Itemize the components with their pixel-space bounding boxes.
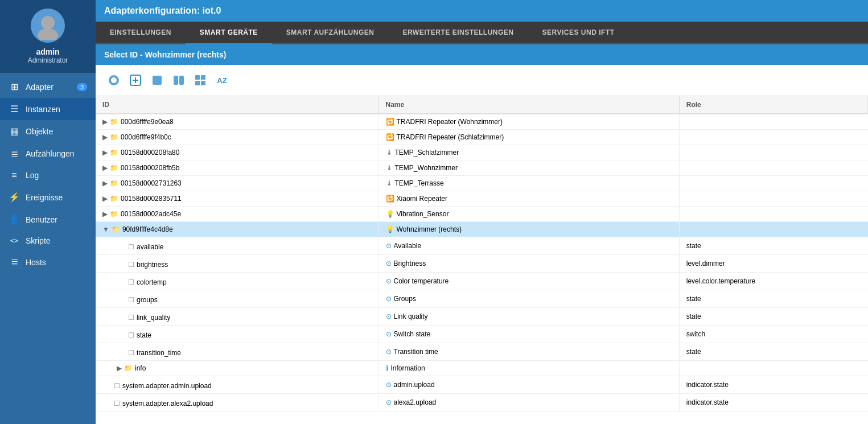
state-icon: ⊙ bbox=[386, 295, 392, 303]
id-text: colortemp bbox=[137, 278, 167, 286]
sidebar-item-skripte[interactable]: <> Skripte bbox=[0, 230, 96, 251]
id-text: state bbox=[137, 331, 151, 339]
expand-btn[interactable]: ▶ bbox=[102, 149, 108, 157]
name-text: Xiaomi Repeater bbox=[397, 195, 447, 203]
id-text: groups bbox=[137, 296, 158, 304]
table-row[interactable]: ☐colortemp⊙Color temperaturelevel.color.… bbox=[96, 273, 868, 290]
expand-btn[interactable]: ▶ bbox=[117, 364, 122, 372]
sidebar-item-aufzaehlungen[interactable]: ≣ Aufzählungen bbox=[0, 142, 96, 164]
cell-id: ▶📁00158d0002731263 bbox=[96, 176, 379, 191]
svg-rect-8 bbox=[174, 76, 178, 85]
expand-btn[interactable]: ▶ bbox=[102, 164, 108, 172]
table-row[interactable]: ▶📁000d6ffffe9e0ea8🔁TRADFRI Repeater (Woh… bbox=[96, 114, 868, 130]
name-device-icon: 🔁 bbox=[386, 133, 394, 141]
table-row[interactable]: ☐available⊙Availablestate bbox=[96, 237, 868, 255]
expand-btn[interactable]: ▶ bbox=[102, 195, 108, 203]
table-row[interactable]: ▶📁infoℹInformation bbox=[96, 361, 868, 376]
expand-btn[interactable]: ▶ bbox=[102, 210, 108, 218]
table-row[interactable]: ▼📁90fd9ffffe4c4d8e💡Wohnzimmer (rechts) bbox=[96, 222, 868, 237]
state-file-icon: ☐ bbox=[128, 349, 134, 357]
folder-icon: 📁 bbox=[110, 118, 118, 126]
vib-icon: 💡 bbox=[386, 210, 394, 218]
state-file-icon: ☐ bbox=[128, 331, 134, 339]
cell-name: ⊙Groups bbox=[379, 290, 679, 308]
table-row[interactable]: ▶📁000d6ffffe9f4b0c🔁TRADFRI Repeater (Sch… bbox=[96, 130, 868, 145]
sidebar-item-ereignisse[interactable]: ⚡ Ereignisse bbox=[0, 186, 96, 208]
toolbar-btn-plus[interactable] bbox=[126, 71, 145, 90]
sidebar-item-label: Instanzen bbox=[26, 105, 60, 114]
name-text: Transition time bbox=[394, 348, 438, 356]
name-text: Vibration_Sensor bbox=[397, 210, 449, 218]
toolbar-btn-circle[interactable] bbox=[104, 71, 124, 90]
toolbar-btn-sort[interactable]: AZ bbox=[212, 71, 232, 90]
table-row[interactable]: ☐system.adapter.admin.upload⊙admin.uploa… bbox=[96, 376, 868, 394]
svg-rect-7 bbox=[153, 76, 162, 85]
cell-name: 🌡TEMP_Wohnzimmer bbox=[379, 160, 679, 176]
tab-services-und-iftt[interactable]: SERVICES UND IFTT bbox=[528, 22, 629, 43]
tab-smart-aufzaehlungen[interactable]: SMART AUFZÄHLUNGEN bbox=[272, 22, 389, 43]
hosts-icon: ≣ bbox=[9, 257, 20, 267]
cell-name: ⊙Available bbox=[379, 237, 679, 255]
cell-role: state bbox=[679, 308, 867, 326]
sidebar-item-benutzer[interactable]: 👤 Benutzer bbox=[0, 208, 96, 230]
table-row[interactable]: ▶📁00158d0002adc45e💡Vibration_Sensor bbox=[96, 207, 868, 222]
cell-role: indicator.state bbox=[679, 376, 867, 394]
table-row[interactable]: ☐link_quality⊙Link qualitystate bbox=[96, 308, 868, 326]
cell-id: ☐transition_time bbox=[96, 343, 379, 361]
benutzer-icon: 👤 bbox=[9, 214, 20, 225]
sidebar-item-label: Objekte bbox=[26, 127, 53, 136]
temp-icon: 🌡 bbox=[386, 179, 393, 187]
table-row[interactable]: ☐transition_time⊙Transition timestate bbox=[96, 343, 868, 361]
devices-table: ID Name Role ▶📁000d6ffffe9e0ea8🔁TRADFRI … bbox=[96, 96, 868, 411]
id-text: 00158d000208fb5b bbox=[121, 164, 179, 172]
svg-point-3 bbox=[111, 77, 117, 83]
cell-id: ☐state bbox=[96, 326, 379, 343]
state-file-icon: ☐ bbox=[128, 314, 134, 322]
cell-name: 💡Wohnzimmer (rechts) bbox=[379, 222, 679, 237]
table-container: ID Name Role ▶📁000d6ffffe9e0ea8🔁TRADFRI … bbox=[96, 96, 868, 424]
sidebar-item-log[interactable]: ≡ Log bbox=[0, 164, 96, 186]
toolbar-btn-square[interactable] bbox=[147, 71, 167, 90]
table-row[interactable]: ▶📁00158d0002731263🌡TEMP_Terrasse bbox=[96, 176, 868, 191]
ereignisse-icon: ⚡ bbox=[9, 192, 20, 203]
cell-name: ⊙Link quality bbox=[379, 308, 679, 326]
table-row[interactable]: ▶📁00158d000208fb5b🌡TEMP_Wohnzimmer bbox=[96, 160, 868, 176]
name-text: Link quality bbox=[394, 312, 428, 320]
sidebar-item-objekte[interactable]: ▦ Objekte bbox=[0, 120, 96, 142]
adapter-badge: 3 bbox=[77, 83, 87, 91]
cell-role bbox=[679, 222, 867, 237]
tab-erweiterte-einstellungen[interactable]: ERWEITERTE EINSTELLUNGEN bbox=[388, 22, 528, 43]
table-row[interactable]: ☐brightness⊙Brightnesslevel.dimmer bbox=[96, 255, 868, 273]
col-name: Name bbox=[379, 96, 679, 114]
cell-role bbox=[679, 145, 867, 160]
table-row[interactable]: ☐state⊙Switch stateswitch bbox=[96, 326, 868, 343]
name-text: Brightness bbox=[394, 260, 426, 267]
toolbar-btn-split[interactable] bbox=[169, 71, 188, 90]
cell-id: ☐system.adapter.alexa2.upload bbox=[96, 394, 379, 411]
cell-name: ⊙Color temperature bbox=[379, 273, 679, 290]
info-icon: ℹ bbox=[386, 364, 389, 372]
name-text: Wohnzimmer (rechts) bbox=[397, 225, 462, 233]
expand-btn[interactable]: ▶ bbox=[102, 133, 108, 141]
tab-einstellungen[interactable]: EINSTELLUNGEN bbox=[96, 22, 186, 43]
sidebar-item-instanzen[interactable]: ☰ Instanzen bbox=[0, 98, 96, 120]
table-row[interactable]: ☐groups⊙Groupsstate bbox=[96, 290, 868, 308]
toolbar-btn-grid[interactable] bbox=[191, 71, 210, 90]
expand-btn[interactable]: ▶ bbox=[102, 179, 108, 187]
name-text: Color temperature bbox=[394, 277, 449, 285]
cell-id: ☐groups bbox=[96, 290, 379, 308]
table-row[interactable]: ▶📁00158d0002835711🔁Xiaomi Repeater bbox=[96, 191, 868, 207]
name-text: TRADFRI Repeater (Wohnzimmer) bbox=[397, 118, 503, 126]
table-row[interactable]: ☐system.adapter.alexa2.upload⊙alexa2.upl… bbox=[96, 394, 868, 411]
expand-btn[interactable]: ▶ bbox=[102, 118, 108, 126]
toolbar: AZ bbox=[96, 65, 868, 96]
expand-btn[interactable]: ▼ bbox=[102, 225, 109, 233]
sidebar-item-hosts[interactable]: ≣ Hosts bbox=[0, 251, 96, 273]
state-file-icon: ☐ bbox=[114, 382, 120, 390]
state-file-icon: ☐ bbox=[128, 243, 134, 251]
tab-smart-geraete[interactable]: SMART GERÄTE bbox=[186, 22, 272, 44]
table-row[interactable]: ▶📁00158d000208fa80🌡TEMP_Schlafzimmer bbox=[96, 145, 868, 160]
sidebar-item-adapter[interactable]: ⊞ Adapter 3 bbox=[0, 76, 96, 98]
folder-icon: 📁 bbox=[112, 225, 120, 233]
name-text: Available bbox=[394, 242, 421, 250]
